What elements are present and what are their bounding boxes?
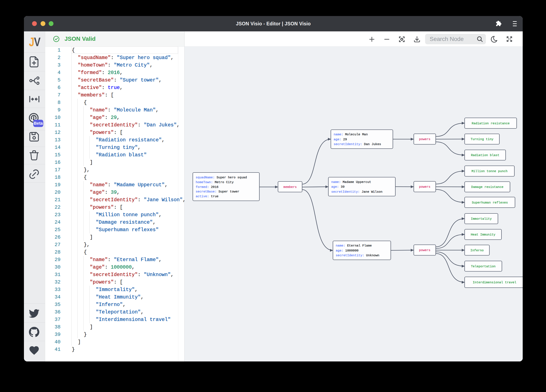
svg-text:Inferno: Inferno [470, 249, 484, 252]
svg-text:formed: 2016: formed: 2016 [196, 185, 219, 189]
svg-text:Million tonne punch: Million tonne punch [472, 169, 507, 173]
svg-text:secretBase: Super tower: secretBase: Super tower [196, 190, 240, 194]
svg-text:secretIdentity: Unknown: secretIdentity: Unknown [336, 253, 380, 257]
svg-text:Turning tiny: Turning tiny [471, 137, 493, 141]
svg-text:Superhuman reflexes: Superhuman reflexes [472, 201, 508, 204]
svg-text:powers: powers [419, 248, 430, 252]
svg-text:Immortality: Immortality [471, 217, 492, 221]
svg-text:active: true: active: true [196, 195, 219, 198]
svg-text:Teleportation: Teleportation [471, 265, 495, 268]
svg-text:secretIdentity: Jane Wilson: secretIdentity: Jane Wilson [331, 190, 383, 194]
svg-text:Radiation blast: Radiation blast [471, 153, 499, 157]
svg-text:name: Madame Uppercut: name: Madame Uppercut [331, 180, 371, 184]
svg-text:squadName: Super hero squad: squadName: Super hero squad [196, 176, 247, 179]
svg-text:name: Molecule Man: name: Molecule Man [334, 133, 368, 136]
svg-text:Interdimensional travel: Interdimensional travel [473, 281, 516, 284]
svg-text:powers: powers [419, 185, 430, 189]
svg-text:Damage resistance: Damage resistance [471, 185, 504, 189]
svg-text:secretIdentity: Dan Jukes: secretIdentity: Dan Jukes [334, 142, 381, 146]
svg-text:homeTown: Metro City: homeTown: Metro City [196, 180, 234, 184]
svg-text:powers: powers [419, 137, 430, 141]
svg-text:age: 29: age: 29 [334, 138, 347, 141]
svg-text:Heat Immunity: Heat Immunity [471, 233, 495, 237]
svg-text:age: 1000000: age: 1000000 [336, 249, 358, 253]
svg-text:age: 39: age: 39 [331, 185, 344, 189]
svg-text:members: members [283, 185, 297, 189]
svg-text:name: Eternal Flame: name: Eternal Flame [336, 244, 372, 247]
svg-text:Radiation resistance: Radiation resistance [472, 122, 510, 125]
